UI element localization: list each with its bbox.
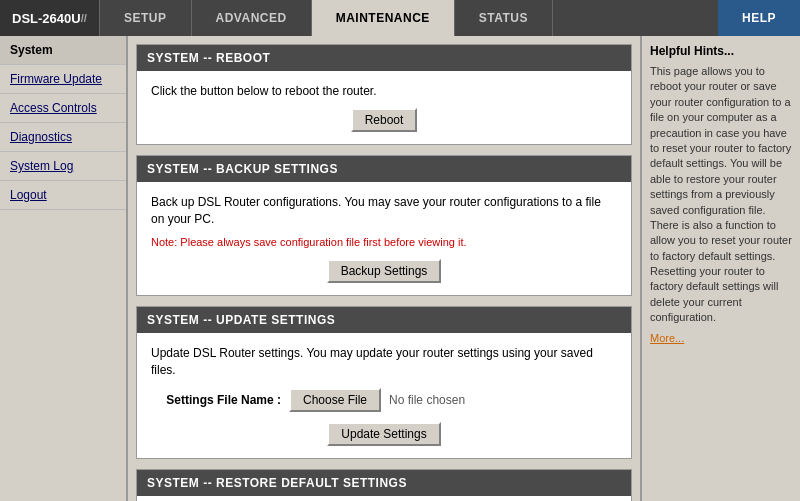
reboot-button[interactable]: Reboot xyxy=(351,108,418,132)
nav-tab-maintenance[interactable]: MAINTENANCE xyxy=(312,0,455,36)
reboot-section: SYSTEM -- REBOOT Click the button below … xyxy=(136,44,632,145)
sidebar-item-system[interactable]: System xyxy=(0,36,126,65)
update-header: SYSTEM -- UPDATE SETTINGS xyxy=(137,307,631,333)
settings-file-label: Settings File Name : xyxy=(151,393,281,407)
logo-slash: // xyxy=(81,12,87,24)
help-title: Helpful Hints... xyxy=(650,44,792,58)
backup-btn-row: Backup Settings xyxy=(151,259,617,283)
reboot-description: Click the button below to reboot the rou… xyxy=(151,83,617,100)
backup-body: Back up DSL Router configurations. You m… xyxy=(137,182,631,295)
sidebar-item-firmware-update[interactable]: Firmware Update xyxy=(0,65,126,94)
update-settings-button[interactable]: Update Settings xyxy=(327,422,440,446)
sidebar-item-access-controls[interactable]: Access Controls xyxy=(0,94,126,123)
nav-tab-help[interactable]: HELP xyxy=(718,0,800,36)
logo: DSL-2640U// xyxy=(0,0,100,36)
backup-header: SYSTEM -- BACKUP SETTINGS xyxy=(137,156,631,182)
nav-tab-setup[interactable]: SETUP xyxy=(100,0,192,36)
file-chosen-text: No file chosen xyxy=(389,393,465,407)
logo-model: DSL-2640U xyxy=(12,11,81,26)
help-body: This page allows you to reboot your rout… xyxy=(650,64,792,326)
reboot-btn-row: Reboot xyxy=(151,108,617,132)
sidebar-item-logout[interactable]: Logout xyxy=(0,181,126,210)
help-panel: Helpful Hints... This page allows you to… xyxy=(640,36,800,501)
update-btn-row: Update Settings xyxy=(151,422,617,446)
restore-body: Restore DSL Router settings to the facto… xyxy=(137,496,631,501)
restore-section: SYSTEM -- RESTORE DEFAULT SETTINGS Resto… xyxy=(136,469,632,501)
sidebar-item-system-log[interactable]: System Log xyxy=(0,152,126,181)
main-layout: System Firmware Update Access Controls D… xyxy=(0,36,800,501)
update-section: SYSTEM -- UPDATE SETTINGS Update DSL Rou… xyxy=(136,306,632,460)
reboot-body: Click the button below to reboot the rou… xyxy=(137,71,631,144)
backup-note: Note: Please always save configuration f… xyxy=(151,235,617,250)
nav-tab-status[interactable]: STATUS xyxy=(455,0,553,36)
backup-section: SYSTEM -- BACKUP SETTINGS Back up DSL Ro… xyxy=(136,155,632,296)
settings-file-row: Settings File Name : Choose File No file… xyxy=(151,388,617,412)
sidebar: System Firmware Update Access Controls D… xyxy=(0,36,128,501)
nav-tab-advanced[interactable]: ADVANCED xyxy=(192,0,312,36)
backup-settings-button[interactable]: Backup Settings xyxy=(327,259,442,283)
content-area: SYSTEM -- REBOOT Click the button below … xyxy=(128,36,640,501)
reboot-header: SYSTEM -- REBOOT xyxy=(137,45,631,71)
choose-file-button[interactable]: Choose File xyxy=(289,388,381,412)
update-description: Update DSL Router settings. You may upda… xyxy=(151,345,617,379)
sidebar-item-diagnostics[interactable]: Diagnostics xyxy=(0,123,126,152)
backup-description: Back up DSL Router configurations. You m… xyxy=(151,194,617,228)
restore-header: SYSTEM -- RESTORE DEFAULT SETTINGS xyxy=(137,470,631,496)
top-navigation: DSL-2640U// SETUP ADVANCED MAINTENANCE S… xyxy=(0,0,800,36)
help-more-link[interactable]: More... xyxy=(650,332,684,344)
update-body: Update DSL Router settings. You may upda… xyxy=(137,333,631,459)
